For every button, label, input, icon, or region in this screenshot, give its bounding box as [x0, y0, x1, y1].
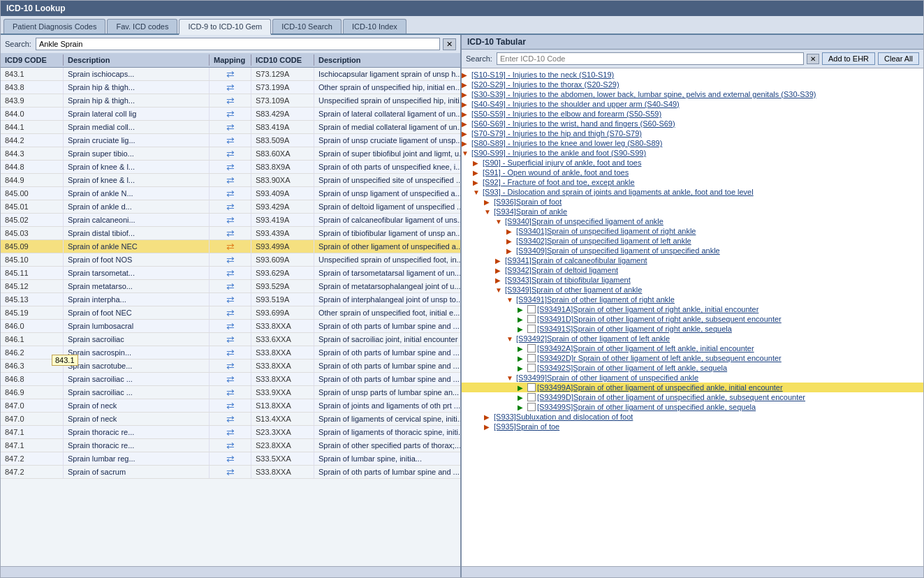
tree-label[interactable]: [S935]Sprain of toe: [494, 422, 559, 431]
tree-label[interactable]: [S30-S39] - Injuries to the abdomen, low…: [471, 90, 816, 98]
tree-node[interactable]: ▶[S30-S39] - Injuries to the abdomen, lo…: [462, 89, 923, 99]
expand-icon[interactable]: ▶: [484, 413, 494, 421]
add-to-ehr-button[interactable]: Add to EHR: [822, 52, 875, 65]
right-search-input[interactable]: [497, 52, 804, 65]
expand-icon[interactable]: ▼: [506, 335, 516, 343]
tree-node[interactable]: ▶[S93402]Sprain of unspecified ligament …: [462, 236, 923, 246]
tree-node[interactable]: ▶[S92] - Fracture of foot and toe, excep…: [462, 177, 923, 187]
right-search-clear-button[interactable]: ✕: [807, 54, 819, 64]
tree-label[interactable]: [S92] - Fracture of foot and toe, except…: [483, 178, 635, 186]
tree-node[interactable]: ▶[S933]Subluxation and dislocation of fo…: [462, 412, 923, 422]
tree-node[interactable]: ▶[S93401]Sprain of unspecified ligament …: [462, 226, 923, 236]
expand-icon[interactable]: ▶: [473, 159, 483, 167]
expand-icon[interactable]: ▶: [484, 423, 494, 431]
tree-label[interactable]: [S933]Subluxation and dislocation of foo…: [494, 413, 633, 421]
expand-icon[interactable]: ▶: [506, 237, 516, 245]
tree-node[interactable]: ▼[S9340]Sprain of unspecified ligament o…: [462, 216, 923, 226]
tree-node[interactable]: ▶[S20-S29] - Injuries to the thorax (S20…: [462, 80, 923, 89]
tree-node[interactable]: ▶[S93491D]Sprain of other ligament of ri…: [462, 314, 923, 324]
tree-label[interactable]: [S60-S69] - Injuries to the wrist, hand …: [471, 119, 675, 128]
expand-icon[interactable]: ▶: [495, 276, 505, 284]
check-box[interactable]: [527, 305, 536, 313]
tree-label[interactable]: [S80-S89] - Injuries to the knee and low…: [471, 139, 662, 147]
table-row[interactable]: 845.00 Sprain of ankle N... ⇄ S93.409A S…: [1, 187, 460, 200]
tree-label[interactable]: [S93401]Sprain of unspecified ligament o…: [516, 227, 696, 235]
tree-label[interactable]: [S40-S49] - Injuries to the shoulder and…: [471, 100, 680, 108]
tree-label[interactable]: [S10-S19] - Injuries to the neck (S10-S1…: [471, 71, 614, 79]
tree-node[interactable]: ▶[S9341]Sprain of calcaneofibular ligame…: [462, 255, 923, 265]
table-row[interactable]: 845.10 Sprain of foot NOS ⇄ S93.609A Uns…: [1, 253, 460, 267]
tree-node[interactable]: ▶[S9342]Sprain of deltoid ligament: [462, 265, 923, 275]
clear-all-button[interactable]: Clear All: [878, 52, 919, 65]
table-row[interactable]: 846.0 Sprain lumbosacral ⇄ S33.8XXA Spra…: [1, 320, 460, 333]
bottom-scroll[interactable]: [1, 566, 460, 577]
tab-icd10-search[interactable]: ICD-10 Search: [272, 19, 342, 34]
expand-icon[interactable]: ▶: [462, 91, 471, 98]
tree-label[interactable]: [S934]Sprain of ankle: [494, 207, 567, 216]
table-row[interactable]: 843.9 Sprain hip & thigh... ⇄ S73.109A U…: [1, 94, 460, 108]
tree-label[interactable]: [S93491D]Sprain of other ligament of rig…: [537, 315, 782, 323]
tree-node[interactable]: ▼[S9349]Sprain of other ligament of ankl…: [462, 285, 923, 295]
tree-node[interactable]: ▼[S93] - Dislocation and sprain of joint…: [462, 187, 923, 197]
table-row[interactable]: 846.9 Sprain sacroiliac ... ⇄ S33.9XXA S…: [1, 386, 460, 399]
table-row[interactable]: 845.11 Sprain tarsometat... ⇄ S93.629A S…: [1, 267, 460, 280]
table-row[interactable]: 847.1 Sprain thoracic re... ⇄ S23.3XXA S…: [1, 426, 460, 439]
expand-icon[interactable]: ▶: [495, 267, 505, 274]
tree-node[interactable]: ▶[S91] - Open wound of ankle, foot and t…: [462, 168, 923, 177]
expand-icon[interactable]: ▶: [462, 71, 471, 79]
tree-label[interactable]: [S93499]Sprain of other ligament of unsp…: [516, 373, 698, 382]
tree-node[interactable]: ▶[S70-S79] - Injuries to the hip and thi…: [462, 128, 923, 138]
check-box[interactable]: [527, 325, 536, 333]
expand-icon[interactable]: ▶: [506, 228, 516, 235]
left-search-clear-button[interactable]: ✕: [443, 38, 456, 50]
expand-icon[interactable]: ▼: [473, 188, 483, 196]
tree-node[interactable]: ▶[S936]Sprain of foot: [462, 197, 923, 207]
expand-icon-green[interactable]: ▶: [518, 394, 527, 401]
expand-icon[interactable]: ▼: [506, 374, 516, 382]
check-box[interactable]: [527, 315, 536, 323]
check-box[interactable]: [527, 403, 536, 411]
tree-label[interactable]: [S93492A]Sprain of other ligament of lef…: [537, 344, 754, 353]
expand-icon[interactable]: ▶: [462, 101, 471, 108]
expand-icon-green[interactable]: ▶: [518, 306, 527, 313]
tree-node[interactable]: ▶[S90] - Superficial injury of ankle, fo…: [462, 158, 923, 168]
table-row[interactable]: 846.8 Sprain sacroiliac ... ⇄ S33.8XXA S…: [1, 373, 460, 386]
tree-node[interactable]: ▶[S40-S49] - Injuries to the shoulder an…: [462, 99, 923, 109]
table-row[interactable]: 843.1 Sprain ischiocaps... ⇄ S73.129A Is…: [1, 68, 460, 81]
tree-node[interactable]: ▶[S93491S]Sprain of other ligament of ri…: [462, 324, 923, 334]
table-row[interactable]: 845.09 Sprain of ankle NEC ⇄ S93.499A Sp…: [1, 240, 460, 253]
tree-node[interactable]: ▼[S934]Sprain of ankle: [462, 207, 923, 216]
expand-icon-green[interactable]: ▶: [518, 364, 527, 372]
expand-icon[interactable]: ▶: [462, 140, 471, 147]
tree-label[interactable]: [S9341]Sprain of calcaneofibular ligamen…: [505, 256, 647, 265]
tree-label[interactable]: [S70-S79] - Injuries to the hip and thig…: [471, 129, 642, 138]
tab-fav-icd[interactable]: Fav. ICD codes: [107, 19, 177, 34]
expand-icon[interactable]: ▶: [473, 169, 483, 177]
expand-icon-green[interactable]: ▶: [518, 345, 527, 353]
tree-label[interactable]: [S93402]Sprain of unspecified ligament o…: [516, 237, 691, 245]
expand-icon[interactable]: ▼: [484, 208, 494, 216]
tree-label[interactable]: [S93499A]Sprain of other ligament of uns…: [537, 383, 783, 392]
expand-icon-green[interactable]: ▶: [518, 384, 527, 392]
tree-node[interactable]: ▶[S10-S19] - Injuries to the neck (S10-S…: [462, 70, 923, 80]
table-row[interactable]: 847.2 Sprain of sacrum ⇄ S33.8XXA Sprain…: [1, 466, 460, 479]
tree-node[interactable]: ▶[S93492D]r Sprain of other ligament of …: [462, 353, 923, 363]
tree-label[interactable]: [S93491A]Sprain of other ligament of rig…: [537, 305, 758, 313]
expand-icon[interactable]: ▶: [484, 198, 494, 206]
tree-node[interactable]: ▶[S93499A]Sprain of other ligament of un…: [462, 383, 923, 392]
expand-icon[interactable]: ▼: [506, 296, 516, 304]
tab-patient-diagnosis[interactable]: Patient Diagnosis Codes: [3, 19, 105, 34]
tree-node[interactable]: ▶[S50-S59] - Injuries to the elbow and f…: [462, 109, 923, 119]
tree-label[interactable]: [S50-S59] - Injuries to the elbow and fo…: [471, 110, 661, 118]
check-box[interactable]: [527, 364, 536, 372]
tree-label[interactable]: [S93499S]Sprain of other ligament of uns…: [537, 403, 756, 411]
expand-icon[interactable]: ▼: [495, 286, 505, 294]
tree-node[interactable]: ▶[S93499S]Sprain of other ligament of un…: [462, 402, 923, 412]
tree-label[interactable]: [S9349]Sprain of other ligament of ankle: [505, 286, 642, 294]
expand-icon[interactable]: ▶: [462, 120, 471, 128]
tree-label[interactable]: [S93499D]Sprain of other ligament of uns…: [537, 393, 805, 401]
table-row[interactable]: 845.13 Sprain interpha... ⇄ S93.519A Spr…: [1, 293, 460, 306]
left-search-input[interactable]: [36, 38, 440, 50]
expand-icon[interactable]: ▶: [495, 257, 505, 265]
tree-node[interactable]: ▶[S9343]Sprain of tibiofibular ligament: [462, 275, 923, 285]
